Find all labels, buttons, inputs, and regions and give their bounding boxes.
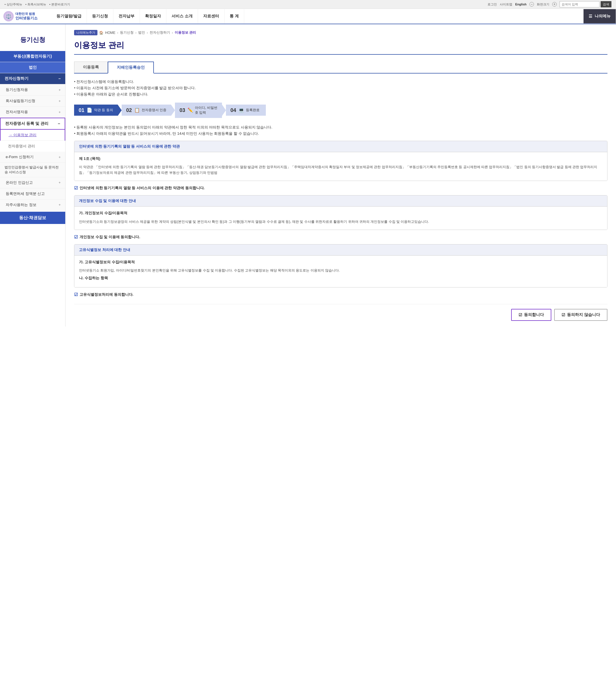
font-size-minus-icon[interactable]: − — [529, 2, 534, 6]
check-icon-1: ☑ — [74, 186, 78, 191]
nav-item-4[interactable]: 확정일자 — [140, 9, 166, 23]
step-arrow-1 — [118, 104, 122, 116]
sidebar-item-cert-manage[interactable]: 전자증명서 관리 — [0, 141, 65, 152]
steps: 01 📄 약관 등 동의 02 📋 전자증명서 인증 03 ✏️ 아이디, 비밀… — [74, 103, 608, 118]
sidebar-item-movable[interactable]: 동산·채권담보 — [0, 212, 65, 224]
breadcrumb-path-3[interactable]: 전자신청하기 — [150, 30, 170, 35]
terms-box-3-body[interactable]: 가. 고유식별정보의 수집/이용목적 인터넷등기소 회원가입, 아이디/비밀번호… — [74, 256, 607, 287]
terms-notice-2: 회원등록시 아래의 이용약관을 반드시 읽어보시기 바라며, 만 14세 미만인… — [74, 131, 608, 136]
terms-box-1-body[interactable]: 제 1조 (목적) 이 약관은 「인터넷에 의한 등기기록의 열람 등에 관한 … — [74, 152, 607, 181]
agree-button-label: 동의합니다 — [524, 312, 544, 317]
sidebar-item-stamp-sms[interactable]: 법인인감증명서 발급사실 등 문자전송 서비스신청 — [0, 163, 65, 177]
agreement-text-2: 개인정보 수집 및 이용에 동의합니다. — [79, 234, 140, 239]
step-2-icon: 📋 — [134, 107, 140, 113]
skip-links: 상단주메뉴 최측서브메뉴 본문바로가기 — [5, 2, 72, 6]
sidebar-item-corporation[interactable]: 법인 — [0, 62, 65, 73]
step-1-label: 약관 등 동의 — [94, 108, 113, 112]
terms-notices: 등록된 사용자의 개인정보는 본인의 동의없이 이래의 약관에서 정한 목적 이… — [74, 125, 608, 136]
skip-link-1[interactable]: 상단주메뉴 — [5, 3, 22, 6]
skip-link-2[interactable]: 최측서브메뉴 — [25, 3, 46, 6]
tabs: 이용등록 지배인등록승인 — [74, 62, 608, 73]
step-4-number: 04 — [230, 108, 236, 113]
info-bullet-2: 이용자는 사전에 등기소에 방문하여 전자증명서를 발급 받으셔야 합니다. — [74, 86, 608, 91]
breadcrumb-my-menu[interactable]: 나의메뉴추가 — [74, 30, 97, 35]
font-size-plus-icon[interactable]: + — [552, 2, 557, 6]
my-menu-nav[interactable]: ☰ 나의메뉴 — [584, 9, 616, 23]
nav-item-2[interactable]: 등기신청 — [87, 9, 114, 23]
disagree-button-label: 동의하지 않습니다 — [567, 312, 600, 317]
nav-item-3[interactable]: 전자납부 — [114, 9, 140, 23]
step-2-number: 02 — [126, 108, 132, 113]
step-arrow-3 — [222, 104, 226, 116]
language-link[interactable]: English — [515, 3, 526, 6]
login-link[interactable]: 로그인 — [487, 2, 497, 6]
agreement-text-3: 고유식별정보처리에 동의합니다. — [79, 292, 133, 297]
sidebar-item-online-seal[interactable]: 온라인 인감신고 + — [0, 177, 65, 188]
logo-text: 대한민국 법원 인터넷등기소 — [15, 12, 38, 21]
sidebar-title: 등기신청 — [0, 30, 65, 51]
nav-item-6[interactable]: 자료센터 — [198, 9, 225, 23]
home-icon: 🏠 — [99, 31, 103, 35]
agree-check-icon: ☑ — [519, 313, 522, 317]
terms-box-1-article-title: 제 1조 (목적) — [79, 156, 603, 162]
main-nav: ⚖️ 대한민국 법원 인터넷등기소 등기열람/발급 등기신청 전자납부 확정일자… — [0, 9, 616, 24]
sidebar-item-favorites[interactable]: 자주사용하는 정보 + — [0, 199, 65, 211]
terms-box-3: 고유식별정보 처리에 대한 안내 가. 고유식별정보의 수집/이용목적 인터넷등… — [74, 244, 608, 288]
sidebar-item-eform[interactable]: e-Form 신청하기 + — [0, 152, 65, 163]
sidebar-item-registry-user[interactable]: 등기신청자용 + — [0, 84, 65, 95]
sidebar-item-realestate[interactable]: 부동산(통합전자등기) — [0, 51, 65, 62]
sidebar-item-esign-user[interactable]: 전자서명자용 + — [0, 106, 65, 118]
logo[interactable]: ⚖️ 대한민국 법원 인터넷등기소 — [0, 9, 51, 24]
step-3: 03 ✏️ 아이디, 비밀번 호 입력 — [175, 103, 222, 118]
nav-item-1[interactable]: 등기열람/발급 — [51, 9, 87, 23]
bottom-buttons: ☑ 동의합니다 ☑ 동의하지 않습니다 — [74, 304, 608, 321]
agreement-line-3: ☑ 고유식별정보처리에 동의합니다. — [74, 291, 608, 298]
sidebar-item-cert-mgmt[interactable]: 전자증명서 등록 및 관리 − — [0, 118, 65, 130]
breadcrumb-path-1[interactable]: 등기신청 — [120, 30, 134, 35]
terms-box-2-header: 개인정보 수집 및 이용에 대한 안내 — [74, 195, 607, 206]
sidebar-item-electronic[interactable]: 전자신청하기 − — [0, 73, 65, 84]
check-icon-3: ☑ — [74, 292, 78, 297]
step-3-icon: ✏️ — [188, 107, 193, 113]
tab-usage-registration[interactable]: 이용등록 — [74, 62, 108, 73]
step-arrow-2 — [171, 104, 175, 116]
step-3-label: 아이디, 비밀번 호 입력 — [195, 105, 217, 115]
search-input[interactable] — [559, 1, 599, 7]
nav-item-7[interactable]: 통 계 — [225, 9, 244, 23]
step-1-number: 01 — [78, 108, 84, 113]
breadcrumb-sep-2: › — [135, 31, 136, 35]
tab-manager-approval[interactable]: 지배인등록승인 — [108, 62, 154, 73]
terms-box-1: 인터넷에 의한 등기기록의 열람 등 서비스의 이용에 관한 약관 제 1조 (… — [74, 141, 608, 181]
font-size-label: 화면크기 — [537, 2, 549, 6]
step-2-label: 전자증명서 인증 — [141, 108, 166, 112]
breadcrumb-sep-1: › — [117, 31, 118, 35]
sidebar-item-reg-tax[interactable]: 등록면허세 정액분 신고 — [0, 188, 65, 199]
main-content: 나의메뉴추가 🏠 HOME › 등기신청 › 법인 › 전자신청하기 › 이용정… — [66, 24, 616, 327]
terms-box-2-body[interactable]: 가. 개인정보의 수집/이용목적 인터넷등기소와 등기정보광장의 서비스 제공을… — [74, 206, 607, 229]
agree-button[interactable]: ☑ 동의합니다 — [511, 309, 551, 321]
hamburger-icon: ☰ — [589, 14, 592, 19]
breadcrumb-path-2[interactable]: 법인 — [138, 30, 145, 35]
info-bullets: 전자신청시스템에 이용등록합니다. 이용자는 사전에 등기소에 방문하여 전자증… — [74, 79, 608, 97]
search-button[interactable]: 검색 — [601, 1, 611, 7]
info-bullet-3: 이용등록은 아래와 같은 순서로 진행됩니다. — [74, 92, 608, 97]
terms-box-2-content: 인터넷등기소와 등기정보광장의 서비스 제공을 위한 계약의 성립(본인식별 및… — [79, 219, 603, 225]
step-4-label: 등록완료 — [246, 108, 260, 112]
top-bar-right: 로그인 사이트맵 English − 화면크기 + 검색 — [487, 1, 611, 7]
plus-icon-1: + — [58, 88, 61, 92]
terms-notice-1: 등록된 사용자의 개인정보는 본인의 동의없이 이래의 약관에서 정한 목적 이… — [74, 125, 608, 130]
terms-box-3-header: 고유식별정보 처리에 대한 안내 — [74, 245, 607, 256]
check-icon-2: ☑ — [74, 234, 78, 239]
page-title: 이용정보 관리 — [74, 40, 608, 55]
terms-box-3-sub-title-2: 나. 수집하는 항목 — [79, 275, 603, 281]
info-bullet-1: 전자신청시스템에 이용등록합니다. — [74, 79, 608, 84]
breadcrumb-sep-4: › — [172, 31, 173, 35]
search-box: 검색 — [559, 1, 611, 7]
sitemap-link[interactable]: 사이트맵 — [500, 2, 512, 6]
disagree-button[interactable]: ☑ 동의하지 않습니다 — [554, 309, 608, 321]
sidebar-item-usage-info[interactable]: → 이용정보 관리 — [0, 130, 65, 141]
step-3-number: 03 — [180, 108, 185, 113]
sidebar-item-company-setup[interactable]: 회사설립등기신청 + — [0, 95, 65, 106]
nav-item-5[interactable]: 서비스 소개 — [166, 9, 198, 23]
skip-link-3[interactable]: 본문바로가기 — [49, 3, 70, 6]
